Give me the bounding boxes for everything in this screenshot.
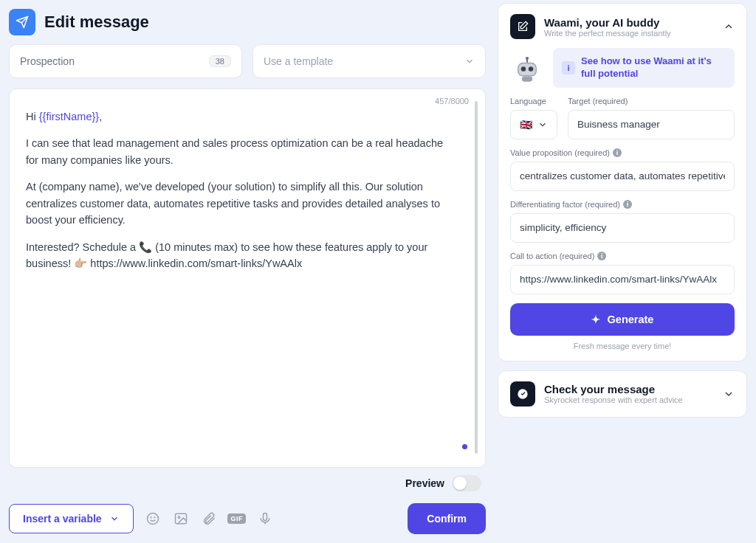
attachment-icon[interactable] [202, 511, 216, 526]
gif-label: GIF [227, 513, 246, 524]
svg-point-11 [529, 66, 533, 71]
toggle-knob [453, 477, 467, 490]
svg-point-0 [147, 513, 158, 525]
message-editor[interactable]: 457/8000 Hi {{firstName}}, I can see tha… [9, 89, 486, 468]
waami-panel: Waami, your AI buddy Write the perfect m… [498, 3, 747, 362]
flag-icon: 🇬🇧 [520, 119, 532, 131]
waami-title: Waami, your AI buddy [544, 16, 714, 29]
insert-variable-button[interactable]: Insert a variable [9, 504, 134, 533]
info-icon: i [562, 61, 575, 75]
variable-token-firstname[interactable]: {{firstName}} [39, 111, 99, 122]
template-placeholder: Use a template [264, 55, 333, 67]
page-header: Edit message [9, 3, 486, 44]
gif-icon[interactable]: GIF [230, 511, 244, 526]
value-prop-input[interactable] [510, 162, 735, 191]
generate-button[interactable]: ✦ Generate [510, 303, 735, 336]
check-message-panel[interactable]: Check your message Skyrocket response wi… [498, 370, 747, 418]
emoji-icon[interactable] [145, 511, 160, 526]
info-icon[interactable]: i [613, 148, 622, 157]
image-icon[interactable] [173, 511, 188, 526]
char-counter: 457/8000 [435, 97, 469, 106]
greeting-prefix: Hi [26, 111, 39, 122]
message-body[interactable]: Hi {{firstName}}, I can see that lead ma… [26, 108, 464, 454]
subject-value: Prospection [20, 55, 75, 67]
template-select[interactable]: Use a template [252, 44, 486, 78]
microphone-icon[interactable] [258, 511, 272, 526]
diff-factor-input[interactable] [510, 213, 735, 243]
message-para-3: Interested? Schedule a 📞 (10 minutes max… [26, 239, 456, 272]
message-para-2: At (company name), we've developed (your… [26, 179, 456, 228]
confirm-button[interactable]: Confirm [408, 503, 486, 534]
svg-point-10 [521, 66, 526, 71]
compose-icon [510, 14, 535, 39]
generate-label: Generate [608, 314, 654, 325]
info-icon[interactable]: i [597, 252, 606, 260]
svg-rect-12 [522, 76, 532, 81]
language-label: Language [510, 97, 557, 106]
waami-tip-link[interactable]: See how to use Waami at it's full potent… [581, 55, 726, 80]
svg-rect-3 [175, 513, 186, 523]
svg-rect-5 [263, 513, 267, 521]
editor-toolbar: GIF [145, 511, 272, 526]
check-title: Check your message [544, 383, 714, 395]
chevron-down-icon[interactable] [723, 388, 735, 400]
preview-label: Preview [405, 477, 444, 489]
svg-point-1 [151, 517, 151, 518]
svg-point-2 [154, 517, 155, 518]
greeting-suffix: , [99, 111, 102, 122]
chevron-up-icon[interactable] [723, 21, 735, 32]
chevron-down-icon [537, 120, 548, 130]
send-icon [9, 9, 35, 35]
svg-rect-7 [526, 59, 528, 62]
fresh-message-note: Fresh message every time! [510, 342, 735, 350]
subject-length-badge: 38 [209, 55, 231, 67]
chevron-down-icon [464, 56, 475, 66]
editor-scrollbar[interactable] [475, 101, 478, 454]
robot-avatar [510, 51, 544, 85]
target-input[interactable] [568, 110, 735, 139]
diff-factor-label: Differentiating factor (required) i [510, 200, 735, 209]
preview-toggle[interactable] [452, 475, 481, 491]
message-para-1: I can see that lead management and sales… [26, 135, 456, 168]
cta-input[interactable] [510, 265, 735, 294]
resize-handle[interactable] [462, 444, 467, 449]
waami-subtitle: Write the perfect message instantly [544, 29, 714, 38]
chevron-down-icon [109, 513, 120, 524]
check-icon [510, 381, 535, 407]
sparkle-icon: ✦ [591, 314, 600, 325]
cta-label: Call to action (required) i [510, 252, 735, 260]
target-label: Target (required) [568, 97, 735, 106]
subject-input[interactable]: Prospection 38 [9, 44, 242, 78]
page-title: Edit message [44, 13, 149, 32]
value-prop-label: Value proposition (required) i [510, 148, 735, 157]
info-icon[interactable]: i [623, 200, 632, 209]
insert-variable-label: Insert a variable [23, 513, 102, 525]
check-subtitle: Skyrocket response with expert advice [544, 395, 714, 404]
language-select[interactable]: 🇬🇧 [510, 110, 557, 139]
waami-tip[interactable]: i See how to use Waami at it's full pote… [553, 48, 735, 88]
svg-point-4 [178, 516, 180, 519]
